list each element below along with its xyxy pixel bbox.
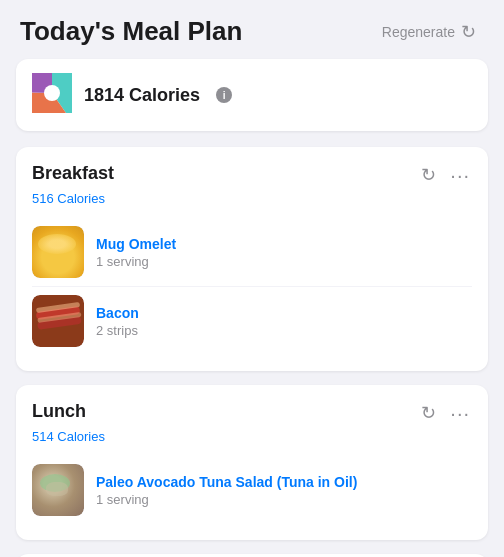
meal-title-group: Breakfast	[32, 163, 114, 184]
food-name[interactable]: Mug Omelet	[96, 236, 472, 252]
food-info: Mug Omelet 1 serving	[96, 236, 472, 269]
meal-title: Lunch	[32, 401, 86, 422]
meal-more-button[interactable]: ···	[448, 163, 472, 187]
meals-container: Breakfast ↻ ··· 516 Calories Mug Omelet …	[0, 147, 504, 557]
page-title: Today's Meal Plan	[20, 16, 242, 47]
meal-more-button[interactable]: ···	[448, 401, 472, 425]
food-image-wrapper	[32, 295, 84, 347]
meal-section-breakfast: Breakfast ↻ ··· 516 Calories Mug Omelet …	[16, 147, 488, 371]
food-serving: 1 serving	[96, 254, 472, 269]
info-icon[interactable]: i	[216, 87, 232, 103]
pie-chart	[32, 73, 72, 117]
meal-section-lunch: Lunch ↻ ··· 514 Calories Paleo Avocado T…	[16, 385, 488, 540]
food-item: Paleo Avocado Tuna Salad (Tuna in Oil) 1…	[32, 456, 472, 524]
food-info: Bacon 2 strips	[96, 305, 472, 338]
food-serving: 1 serving	[96, 492, 472, 507]
meal-refresh-button[interactable]: ↻	[419, 164, 438, 186]
food-serving: 2 strips	[96, 323, 472, 338]
meal-title-group: Lunch	[32, 401, 86, 422]
food-image-omelet	[32, 226, 84, 278]
regenerate-label: Regenerate	[382, 24, 455, 40]
food-image-wrapper	[32, 226, 84, 278]
food-image-wrapper	[32, 464, 84, 516]
meal-calories: 516 Calories	[32, 191, 472, 206]
regenerate-button[interactable]: Regenerate ↻	[374, 17, 484, 47]
meal-header: Breakfast ↻ ···	[32, 163, 472, 187]
food-info: Paleo Avocado Tuna Salad (Tuna in Oil) 1…	[96, 474, 472, 507]
regenerate-icon: ↻	[461, 21, 476, 43]
meal-refresh-button[interactable]: ↻	[419, 402, 438, 424]
food-item: Bacon 2 strips	[32, 286, 472, 355]
meal-actions: ↻ ···	[419, 401, 472, 425]
meal-actions: ↻ ···	[419, 163, 472, 187]
meal-calories: 514 Calories	[32, 429, 472, 444]
calories-card: 1814 Calories i	[16, 59, 488, 131]
meal-header: Lunch ↻ ···	[32, 401, 472, 425]
food-name[interactable]: Paleo Avocado Tuna Salad (Tuna in Oil)	[96, 474, 472, 490]
food-item: Mug Omelet 1 serving	[32, 218, 472, 286]
svg-point-3	[44, 85, 60, 101]
header: Today's Meal Plan Regenerate ↻	[0, 0, 504, 59]
food-image-tuna	[32, 464, 84, 516]
meal-title: Breakfast	[32, 163, 114, 184]
food-name[interactable]: Bacon	[96, 305, 472, 321]
total-calories: 1814 Calories	[84, 85, 200, 106]
food-image-bacon	[32, 295, 84, 347]
